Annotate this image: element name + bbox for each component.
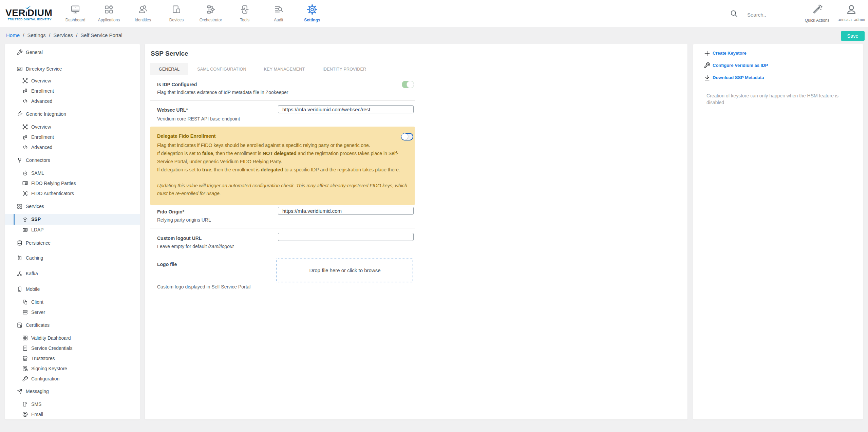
svg-text:AD: AD: [18, 68, 21, 70]
